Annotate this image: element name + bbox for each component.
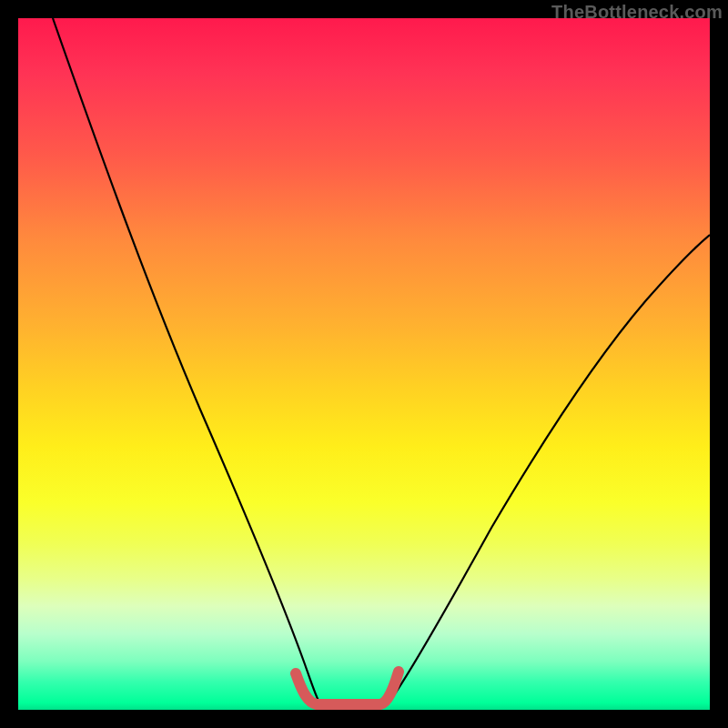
main-curve-left — [53, 18, 318, 701]
chart-frame: TheBottleneck.com — [0, 0, 728, 728]
curve-layer — [18, 18, 710, 710]
main-curve-right — [391, 235, 710, 699]
bottleneck-highlight — [296, 672, 399, 704]
plot-area — [18, 18, 710, 710]
